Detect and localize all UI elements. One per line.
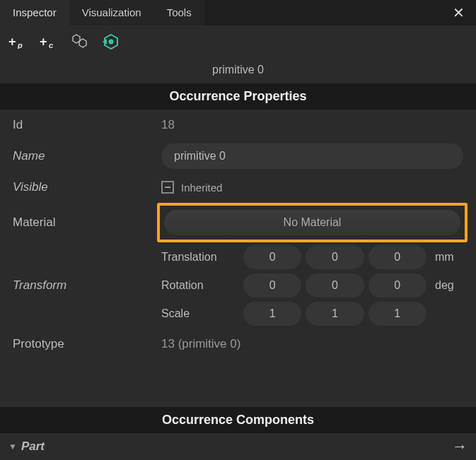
occurrence-components-header: Occurrence Components xyxy=(0,407,476,433)
row-name: Name primitive 0 xyxy=(0,141,476,172)
prototype-value: 13 (primitive 0) xyxy=(161,337,463,351)
visible-checkbox[interactable] xyxy=(161,181,174,194)
row-material: Material No Material xyxy=(0,203,476,242)
plus-c-icon: + c xyxy=(40,35,58,49)
close-button[interactable]: ✕ xyxy=(448,0,469,25)
scale-label: Scale xyxy=(161,307,239,320)
material-highlight: No Material xyxy=(157,203,468,242)
hex-cluster-icon xyxy=(71,34,89,49)
select-target-button[interactable] xyxy=(102,33,120,51)
hex-button[interactable] xyxy=(71,33,89,51)
transform-label: Transform xyxy=(13,245,161,326)
id-label: Id xyxy=(13,118,161,132)
rotation-label: Rotation xyxy=(161,279,239,292)
tab-bar: Inspector Visualization Tools ✕ xyxy=(0,0,476,25)
row-prototype: Prototype 13 (primitive 0) xyxy=(0,329,476,360)
transform-rows: Translation 0 0 0 mm Rotation 0 0 0 deg … xyxy=(161,245,463,326)
close-icon: ✕ xyxy=(453,5,465,20)
inspector-panel: Inspector Visualization Tools ✕ + p + c xyxy=(0,0,476,460)
translation-z[interactable]: 0 xyxy=(368,245,426,269)
svg-text:+: + xyxy=(40,35,47,49)
rotation-unit: deg xyxy=(431,279,463,292)
translation-unit: mm xyxy=(431,251,463,264)
scale-z[interactable]: 1 xyxy=(368,302,426,326)
rotation-x[interactable]: 0 xyxy=(243,273,301,297)
svg-marker-5 xyxy=(79,39,86,47)
prototype-label: Prototype xyxy=(13,337,161,351)
translation-x[interactable]: 0 xyxy=(243,245,301,269)
object-name: primitive 0 xyxy=(0,58,476,83)
svg-point-7 xyxy=(109,40,114,45)
rotation-z[interactable]: 0 xyxy=(368,273,426,297)
id-value: 18 xyxy=(161,118,463,132)
toolbar: + p + c xyxy=(0,25,476,58)
visible-state-text: Inherited xyxy=(181,182,222,194)
rotation-row: Rotation 0 0 0 deg xyxy=(161,273,463,297)
row-transform: Transform Translation 0 0 0 mm Rotation … xyxy=(0,242,476,329)
svg-text:c: c xyxy=(49,41,53,49)
properties-block: Id 18 Name primitive 0 Visible Inherited… xyxy=(0,110,476,360)
add-parent-button[interactable]: + p xyxy=(8,33,27,51)
spacer xyxy=(0,360,476,407)
material-label: Material xyxy=(13,216,161,230)
tab-visualization[interactable]: Visualization xyxy=(69,0,154,25)
row-visible: Visible Inherited xyxy=(0,172,476,203)
visible-label: Visible xyxy=(13,180,161,194)
name-label: Name xyxy=(13,149,161,163)
svg-text:p: p xyxy=(17,41,23,49)
scale-y[interactable]: 1 xyxy=(306,302,364,326)
plus-p-icon: + p xyxy=(8,35,27,49)
scale-x[interactable]: 1 xyxy=(243,302,301,326)
add-child-button[interactable]: + c xyxy=(40,33,58,51)
row-id: Id 18 xyxy=(0,110,476,141)
visible-value-group: Inherited xyxy=(161,181,222,194)
arrow-right-icon[interactable]: → xyxy=(452,437,468,456)
name-input[interactable]: primitive 0 xyxy=(161,143,463,169)
tab-inspector[interactable]: Inspector xyxy=(0,0,69,25)
occurrence-properties-header: Occurrence Properties xyxy=(0,83,476,110)
hex-target-icon xyxy=(103,33,120,50)
material-button[interactable]: No Material xyxy=(164,210,460,235)
part-label: Part xyxy=(21,440,45,454)
tab-tools[interactable]: Tools xyxy=(154,0,204,25)
translation-y[interactable]: 0 xyxy=(306,245,364,269)
expand-triangle-icon: ▼ xyxy=(8,442,17,452)
translation-row: Translation 0 0 0 mm xyxy=(161,245,463,269)
translation-label: Translation xyxy=(161,251,239,264)
part-row[interactable]: ▼ Part → xyxy=(0,433,476,460)
scale-row: Scale 1 1 1 xyxy=(161,302,463,326)
rotation-y[interactable]: 0 xyxy=(306,273,364,297)
svg-text:+: + xyxy=(8,35,16,49)
